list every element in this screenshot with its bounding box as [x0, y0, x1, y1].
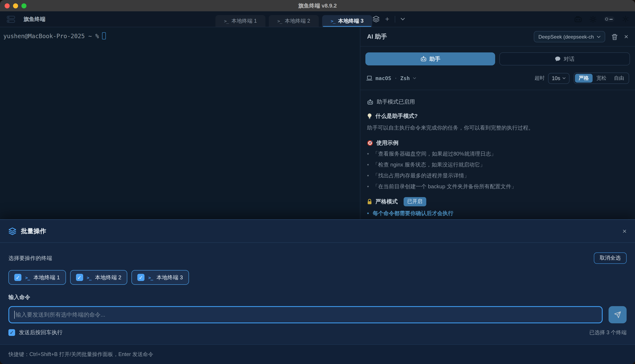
target-icon	[367, 140, 373, 146]
traffic-lights	[5, 0, 27, 11]
lock-icon	[367, 198, 372, 204]
batch-panel-title: 批量操作	[21, 227, 46, 235]
timeout-value: 10s	[552, 75, 560, 81]
checkbox-checked[interactable]: ✓	[76, 274, 83, 281]
example-list: •「查看服务器磁盘空间，如果超过80%就清理日志」 •「检查 nginx 服务状…	[367, 150, 628, 190]
list-item: •每个命令都需要你确认后才会执行	[367, 210, 628, 217]
env-shell: Zsh	[400, 75, 410, 81]
env-os: macOS	[375, 75, 391, 81]
batch-operations-panel: 批量操作 × 选择要操作的终端 取消全选 ✓ >_ 本地终端 1 ✓ >_ 本地…	[0, 219, 635, 364]
minimize-window-button[interactable]	[13, 3, 18, 8]
mode-strict[interactable]: 严格	[575, 74, 593, 82]
chat-bubble-icon	[555, 56, 561, 62]
timeout-label: 超时	[535, 75, 545, 82]
list-item: •「查看服务器磁盘空间，如果超过80%就清理日志」	[367, 150, 628, 158]
tab-local-terminal-3[interactable]: >_ 本地终端 3	[322, 15, 372, 27]
app-window: 旗鱼终端 v8.9.2 旗鱼终端 >_ 本地终端 1 >_ 本地终端 2 >_	[0, 0, 635, 364]
new-tab-button[interactable]: +	[385, 16, 389, 23]
list-item: •「在当前目录创建一个 backup 文件夹并备份所有配置文件」	[367, 183, 628, 190]
assistant-enabled-text: 助手模式已启用	[377, 98, 415, 106]
mode-loose[interactable]: 宽松	[593, 74, 610, 82]
model-select-value: DeepSeek (deepseek-ch	[538, 34, 594, 40]
lightbulb-icon	[367, 113, 372, 119]
ai-robot-icon[interactable]	[574, 16, 582, 23]
command-input[interactable]	[9, 306, 603, 323]
robot-icon	[367, 99, 373, 105]
zoom-window-button[interactable]	[22, 3, 27, 8]
selected-count: 已选择 3 个终端	[589, 329, 626, 336]
terminal-chip-list: ✓ >_ 本地终端 1 ✓ >_ 本地终端 2 ✓ >_ 本地终端 3	[9, 270, 626, 285]
app-name: 旗鱼终端	[24, 15, 45, 23]
chevron-down-icon	[562, 77, 566, 79]
layers-icon	[9, 227, 16, 235]
terminal-prompt-icon: >_	[25, 275, 30, 280]
trash-icon[interactable]	[611, 33, 618, 40]
enter-after-send-checkbox[interactable]: ✓	[9, 329, 15, 336]
terminal-prompt-icon: >_	[277, 18, 282, 24]
terminal-prompt-icon: >_	[224, 18, 229, 24]
mode-segmented-control: 严格 宽松 自由	[574, 72, 629, 84]
sidebar-menu-icon[interactable]	[7, 15, 15, 23]
toggle-dash	[609, 19, 613, 20]
select-terminals-label: 选择要操作的终端	[9, 254, 52, 262]
chevron-down-icon	[597, 36, 600, 38]
divider	[395, 16, 395, 22]
settings-gear-icon[interactable]	[621, 15, 629, 23]
shell-prompt: yushen@MacBook-Pro-2025 ~ %	[3, 32, 99, 39]
ai-panel-close-button[interactable]: ×	[624, 33, 628, 40]
tab-local-terminal-2[interactable]: >_ 本地终端 2	[269, 15, 319, 27]
laptop-icon	[366, 76, 372, 81]
window-title: 旗鱼终端 v8.9.2	[298, 2, 337, 10]
paper-plane-icon	[614, 311, 621, 318]
deselect-all-button[interactable]: 取消全选	[594, 252, 626, 264]
strict-enabled-badge: 已开启	[403, 197, 426, 206]
ai-tab-assistant[interactable]: 助手	[365, 52, 495, 66]
environment-info[interactable]: macOS · Zsh	[366, 75, 416, 81]
toggle-knob	[605, 18, 608, 20]
terminal-chip-3[interactable]: ✓ >_ 本地终端 3	[131, 270, 189, 285]
terminal-chip-1[interactable]: ✓ >_ 本地终端 1	[9, 270, 66, 285]
command-input-label: 输入命令	[9, 294, 626, 301]
theme-sun-icon[interactable]	[589, 15, 597, 23]
chevron-down-icon[interactable]	[401, 18, 405, 20]
tab-bar: 旗鱼终端 >_ 本地终端 1 >_ 本地终端 2 >_ 本地终端 3 +	[0, 11, 635, 27]
strict-mode-title: 严格模式	[375, 198, 398, 205]
titlebar: 旗鱼终端 v8.9.2	[0, 0, 635, 11]
list-item: •「找出占用内存最多的进程并显示详情」	[367, 172, 628, 179]
text-caret	[14, 311, 15, 319]
robot-icon	[420, 56, 427, 62]
checkbox-checked[interactable]: ✓	[14, 274, 22, 281]
batch-layers-icon[interactable]	[372, 16, 380, 23]
chevron-down-icon	[413, 77, 416, 79]
opacity-toggle[interactable]	[604, 16, 614, 22]
list-item: •「检查 nginx 服务状态，如果没运行就启动它」	[367, 161, 628, 168]
mode-free[interactable]: 自由	[610, 74, 628, 82]
examples-title: 使用示例	[376, 139, 398, 146]
checkbox-checked[interactable]: ✓	[137, 274, 144, 281]
close-window-button[interactable]	[5, 3, 10, 8]
ai-panel-title: AI 助手	[367, 33, 387, 41]
terminal-chip-2[interactable]: ✓ >_ 本地终端 2	[70, 270, 127, 285]
enter-after-send-label: 发送后按回车执行	[19, 329, 63, 336]
terminal-tabs: >_ 本地终端 1 >_ 本地终端 2 >_ 本地终端 3	[216, 15, 372, 27]
what-is-title: 什么是助手模式?	[375, 112, 418, 120]
what-is-description: 助手可以自主执行命令来完成你的任务，你可以看到完整的执行过程。	[367, 124, 628, 132]
shortcut-hint-bar: 快捷键：Ctrl+Shift+B 打开/关闭批量操作面板，Enter 发送命令	[0, 344, 635, 364]
batch-panel-close-button[interactable]: ×	[622, 228, 626, 235]
model-select[interactable]: DeepSeek (deepseek-ch	[534, 31, 605, 42]
terminal-cursor	[102, 32, 106, 40]
shortcut-hint-text: 快捷键：Ctrl+Shift+B 打开/关闭批量操作面板，Enter 发送命令	[9, 351, 153, 358]
ai-tab-chat[interactable]: 对话	[499, 52, 630, 66]
env-separator: ·	[394, 75, 397, 81]
send-command-button[interactable]	[608, 306, 626, 323]
terminal-prompt-icon: >_	[148, 275, 153, 280]
terminal-prompt-icon: >_	[331, 18, 335, 24]
tab-local-terminal-1[interactable]: >_ 本地终端 1	[216, 15, 265, 27]
terminal-prompt-icon: >_	[87, 275, 91, 280]
timeout-select[interactable]: 10s	[548, 73, 569, 84]
